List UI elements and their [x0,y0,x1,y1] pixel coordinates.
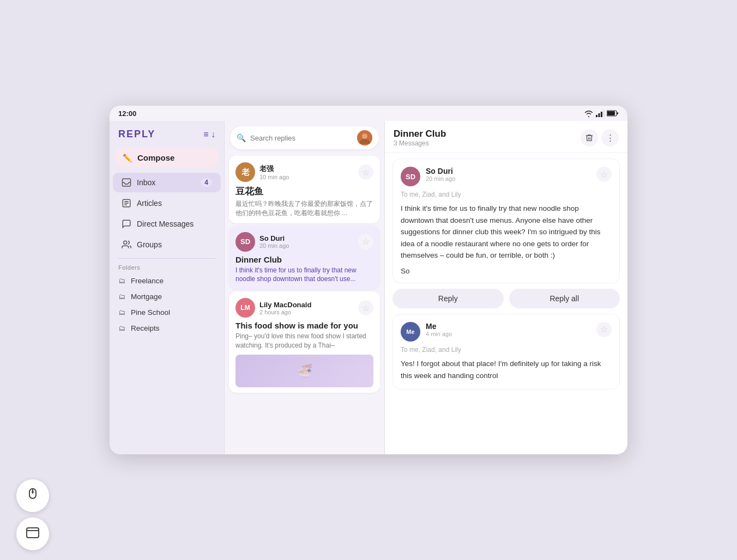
folder-freelance[interactable]: 🗂 Freelance [110,273,224,289]
svg-rect-2 [601,112,602,117]
email-subject-0: 豆花鱼 [235,185,373,198]
star-button-1[interactable]: ☆ [358,234,373,249]
articles-label: Articles [137,199,212,208]
email-card-2[interactable]: LM Lily MacDonald 2 hours ago ☆ This foo… [229,291,380,393]
svg-point-14 [362,133,367,139]
message-header-0: SD So Duri 20 min ago ☆ [401,167,612,186]
star-button-0[interactable]: ☆ [358,165,373,180]
msg-sender-1: Me [426,322,591,331]
email-card-0[interactable]: 老 老强 10 min ago ☆ 豆花鱼 最近忙吗？昨晚我去了你最爱的那家饭馆… [229,156,380,223]
email-sender-0: 老强 [259,164,354,174]
folder-mortgage[interactable]: 🗂 Mortgage [110,289,224,305]
sidebar-header: REPLY ≡ ↓ [110,125,224,145]
email-subject-1: Dinner Club [235,255,373,264]
more-options-button[interactable]: ⋮ [601,129,619,147]
email-meta-2: Lily MacDonald 2 hours ago [259,301,354,315]
folder-icon-mortgage: 🗂 [118,293,125,301]
email-subject-2: This food show is made for you [235,321,373,330]
sidebar: REPLY ≡ ↓ ✏️ Compose Inbox 4 Articles [110,121,224,454]
folder-icon-freelance: 🗂 [118,277,125,285]
folder-freelance-label: Freelance [131,277,164,285]
compose-button[interactable]: ✏️ Compose [115,148,219,168]
svg-point-12 [124,241,127,244]
device-frame: 12:00 [110,106,627,454]
signal-icon [596,110,605,117]
svg-rect-6 [617,112,618,114]
wifi-icon [584,110,594,117]
msg-time-1: 4 min ago [426,331,591,337]
compose-icon: ✏️ [123,154,132,162]
middle-panel: 🔍 老 老强 10 min [224,121,385,454]
folder-mortgage-label: Mortgage [131,293,162,301]
svg-point-17 [32,491,34,493]
folder-icon-pine-school: 🗂 [118,308,125,316]
email-preview-2: Ping– you'd love this new food show I st… [235,332,373,350]
email-time-1: 20 min ago [259,242,354,249]
status-icons [584,110,619,117]
message-card-1: Me Me 4 min ago ☆ To me, Ziad, and Lily … [392,314,620,389]
msg-meta-1: Me 4 min ago [426,322,591,337]
msg-body-1: Yes! I forgot about that place! I'm defi… [401,358,612,381]
sidebar-item-direct-messages[interactable]: Direct Messages [113,214,221,234]
folder-receipts[interactable]: 🗂 Receipts [110,320,224,336]
svg-rect-0 [596,115,597,117]
email-card-1[interactable]: SD So Duri 20 min ago ☆ Dinner Club I th… [229,226,380,290]
status-time: 12:00 [118,109,136,118]
email-avatar-0: 老 [235,162,255,182]
email-preview-0: 最近忙吗？昨晚我去了你最爱的那家饭馆，点了他们的特色豆花鱼，吃着吃着就想你 ..… [235,199,373,218]
email-meta-1: So Duri 20 min ago [259,234,354,249]
msg-body-0: I think it's time for us to finally try … [401,203,612,261]
message-card-0: SD So Duri 20 min ago ☆ To me, Ziad, and… [392,159,620,283]
email-meta-0: 老强 10 min ago [259,164,354,180]
chat-icon [122,219,131,229]
search-bar: 🔍 [230,126,379,149]
message-header-1: Me Me 4 min ago ☆ [401,322,612,342]
star-button-2[interactable]: ☆ [358,300,373,315]
email-avatar-2: LM [235,298,255,318]
folders-label: Folders [110,262,224,273]
float-button-window[interactable] [16,518,49,550]
msg-avatar-1: Me [401,322,420,342]
battery-icon [607,110,619,117]
right-panel: Dinner Club 3 Messages ⋮ [385,121,627,454]
status-bar: 12:00 [110,106,627,121]
search-icon: 🔍 [237,133,246,142]
folder-pine-school[interactable]: 🗂 Pine School [110,305,224,320]
reply-actions: Reply Reply all [392,289,620,308]
thread-actions: ⋮ [581,129,619,147]
msg-star-1[interactable]: ☆ [596,322,612,337]
inbox-label: Inbox [137,178,195,187]
msg-meta-0: So Duri 20 min ago [426,167,591,182]
sidebar-item-articles[interactable]: Articles [113,193,221,213]
main-layout: REPLY ≡ ↓ ✏️ Compose Inbox 4 Articles [110,121,627,454]
folder-pine-school-label: Pine School [131,308,170,316]
inbox-badge: 4 [201,178,212,187]
delete-button[interactable] [581,129,598,147]
thread-title-block: Dinner Club 3 Messages [394,129,446,147]
window-icon [26,527,40,541]
thread-header: Dinner Club 3 Messages ⋮ [385,121,627,153]
email-image-2: 🍜 [235,355,373,387]
msg-to-0: To me, Ziad, and Lily [401,191,612,198]
sort-icon[interactable]: ≡ ↓ [203,130,215,139]
user-avatar [357,130,372,145]
svg-rect-3 [603,110,605,117]
search-input[interactable] [250,134,353,142]
email-time-2: 2 hours ago [259,309,354,315]
float-button-mouse[interactable] [16,479,49,512]
msg-signature-0: So [401,267,612,275]
sidebar-item-inbox[interactable]: Inbox 4 [113,173,221,192]
sidebar-divider [118,258,215,259]
msg-star-0[interactable]: ☆ [596,167,612,182]
email-preview-1: I think it's time for us to finally try … [235,266,373,284]
folder-receipts-label: Receipts [131,324,160,332]
email-avatar-1: SD [235,232,255,252]
msg-to-1: To me, Ziad, and Lily [401,346,612,354]
sidebar-item-groups[interactable]: Groups [113,235,221,254]
reply-button[interactable]: Reply [392,289,504,308]
email-time-0: 10 min ago [259,174,354,180]
mouse-icon [25,486,40,505]
reply-all-button[interactable]: Reply all [509,289,620,308]
thread-count: 3 Messages [394,139,446,147]
folder-icon-receipts: 🗂 [118,324,125,332]
